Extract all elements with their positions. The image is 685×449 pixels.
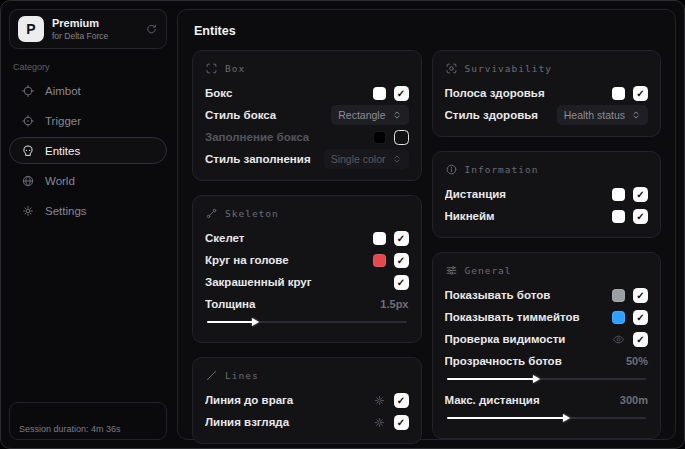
max-distance-slider[interactable] xyxy=(447,417,647,419)
setting-row-enemy-line: Линия до врага xyxy=(205,389,409,411)
checkbox[interactable] xyxy=(633,288,648,303)
setting-label: Полоса здоровья xyxy=(445,87,613,99)
refresh-icon[interactable] xyxy=(145,23,158,36)
checkbox[interactable] xyxy=(633,332,648,347)
info-icon xyxy=(445,163,458,176)
color-swatch[interactable] xyxy=(373,254,386,267)
line-settings-gear-icon[interactable] xyxy=(373,394,386,407)
checkbox[interactable] xyxy=(633,209,648,224)
page-title: Entites xyxy=(194,24,659,38)
crosshair-icon xyxy=(21,84,35,98)
checkbox[interactable] xyxy=(394,253,409,268)
gear-icon xyxy=(21,204,35,218)
sidebar-item-trigger[interactable]: Trigger xyxy=(9,107,167,134)
card-box: Box Бокс Стиль бокса Rectangle xyxy=(192,50,422,181)
setting-row-thickness: Толщина 1.5px xyxy=(205,293,409,315)
color-swatch[interactable] xyxy=(612,87,625,100)
checkbox[interactable] xyxy=(394,275,409,290)
bone-icon xyxy=(205,207,218,220)
thickness-slider[interactable] xyxy=(207,321,407,323)
card-survivability: Survivability Полоса здоровья Стиль здор… xyxy=(432,50,662,137)
slider-value: 1.5px xyxy=(380,298,408,310)
sidebar-item-label: Settings xyxy=(45,205,87,217)
line-settings-gear-icon[interactable] xyxy=(373,416,386,429)
setting-row-skeleton: Скелет xyxy=(205,227,409,249)
setting-row-show-teammates: Показывать тиммейтов xyxy=(445,306,649,328)
brand-logo: P xyxy=(18,16,44,42)
session-duration: Session duration: 4m 36s xyxy=(19,424,121,434)
color-swatch[interactable] xyxy=(612,289,625,302)
setting-row-box-style: Стиль бокса Rectangle xyxy=(205,104,409,126)
eye-icon[interactable] xyxy=(612,333,625,346)
sidebar-item-label: Trigger xyxy=(45,115,81,127)
sidebar-item-world[interactable]: World xyxy=(9,167,167,194)
setting-label: Толщина xyxy=(205,298,380,310)
setting-label: Дистанция xyxy=(445,188,613,200)
color-swatch[interactable] xyxy=(373,87,386,100)
color-swatch[interactable] xyxy=(612,210,625,223)
scan-circle-icon xyxy=(445,62,458,75)
slider-thumb[interactable] xyxy=(533,375,540,383)
brand-name: Premium xyxy=(52,17,108,31)
setting-row-head-circle: Круг на голове xyxy=(205,249,409,271)
setting-row-show-bots: Показывать ботов xyxy=(445,284,649,306)
bot-opacity-slider[interactable] xyxy=(447,378,647,380)
setting-row-box-fill: Заполнение бокса xyxy=(205,126,409,148)
box-outline-icon xyxy=(205,62,218,75)
setting-label: Бокс xyxy=(205,87,373,99)
select-value: Rectangle xyxy=(338,109,385,121)
health-style-select[interactable]: Health status xyxy=(557,105,648,125)
checkbox[interactable] xyxy=(394,415,409,430)
checkbox[interactable] xyxy=(633,310,648,325)
select-value: Health status xyxy=(564,109,625,121)
color-swatch[interactable] xyxy=(612,311,625,324)
card-title: Survivability xyxy=(465,63,552,74)
color-swatch[interactable] xyxy=(612,188,625,201)
setting-label: Прозрачность ботов xyxy=(445,355,626,367)
slider-value: 300m xyxy=(620,394,648,406)
card-general: General Показывать ботов Показывать тимм… xyxy=(432,252,662,439)
sidebar-item-entities[interactable]: Entites xyxy=(9,137,167,164)
setting-label: Показывать ботов xyxy=(445,289,613,301)
setting-label: Стиль заполнения xyxy=(205,153,324,165)
sidebar-nav: Aimbot Trigger Entites World xyxy=(9,77,167,224)
sidebar-item-settings[interactable]: Settings xyxy=(9,197,167,224)
setting-row-bot-opacity: Прозрачность ботов 50% xyxy=(445,350,649,372)
setting-label: Круг на голове xyxy=(205,254,373,266)
slider-fill xyxy=(447,378,535,380)
fill-style-select[interactable]: Single color xyxy=(324,149,409,169)
sidebar-item-label: Aimbot xyxy=(45,85,81,97)
color-swatch[interactable] xyxy=(373,232,386,245)
setting-label: Линия до врага xyxy=(205,394,373,406)
checkbox[interactable] xyxy=(633,86,648,101)
setting-label: Проверка видимости xyxy=(445,333,613,345)
checkbox[interactable] xyxy=(394,231,409,246)
sliders-icon xyxy=(445,264,458,277)
setting-label: Показывать тиммейтов xyxy=(445,311,613,323)
checkbox[interactable] xyxy=(394,130,409,145)
setting-label: Линия взгляда xyxy=(205,416,373,428)
setting-row-nickname: Никнейм xyxy=(445,205,649,227)
slider-fill xyxy=(207,321,253,323)
sidebar-item-label: Entites xyxy=(45,145,80,157)
slider-thumb[interactable] xyxy=(252,318,259,326)
checkbox[interactable] xyxy=(394,393,409,408)
checkbox[interactable] xyxy=(394,86,409,101)
setting-row-visibility-check: Проверка видимости xyxy=(445,328,649,350)
slider-value: 50% xyxy=(626,355,648,367)
entities-icon xyxy=(21,144,35,158)
card-title: Skeleton xyxy=(225,208,279,219)
brand-subtitle: for Delta Force xyxy=(52,31,108,42)
unfold-icon xyxy=(631,110,641,120)
slider-thumb[interactable] xyxy=(563,414,570,422)
checkbox[interactable] xyxy=(633,187,648,202)
card-title: General xyxy=(465,265,512,276)
setting-label: Стиль бокса xyxy=(205,109,331,121)
sidebar: P Premium for Delta Force Category Aimbo… xyxy=(1,1,175,448)
select-value: Single color xyxy=(331,153,386,165)
color-swatch[interactable] xyxy=(373,131,386,144)
app-window: P Premium for Delta Force Category Aimbo… xyxy=(0,0,685,449)
box-style-select[interactable]: Rectangle xyxy=(331,105,408,125)
premium-box: P Premium for Delta Force xyxy=(9,9,167,49)
sidebar-item-aimbot[interactable]: Aimbot xyxy=(9,77,167,104)
